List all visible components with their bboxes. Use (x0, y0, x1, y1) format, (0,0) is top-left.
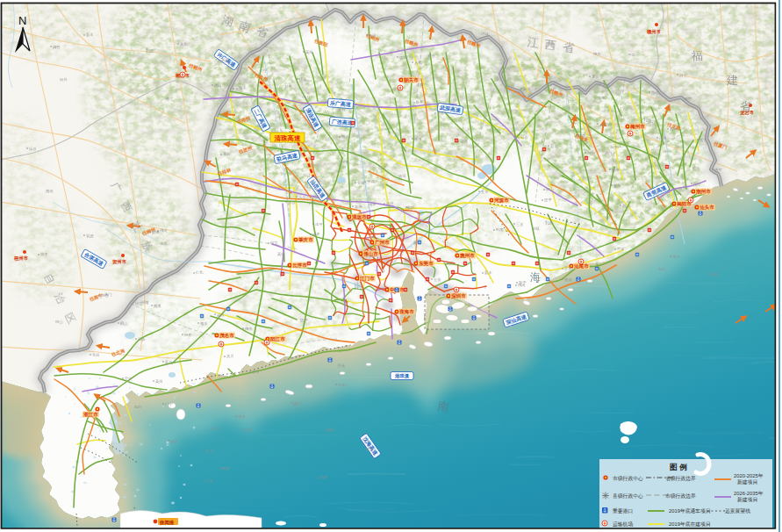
svg-text:湛江市: 湛江市 (83, 412, 98, 418)
svg-text:仁化: 仁化 (407, 205, 416, 210)
svg-text:海: 海 (530, 271, 541, 284)
svg-text:封开: 封开 (284, 84, 292, 89)
svg-text:雷州: 雷州 (252, 370, 260, 374)
svg-text:云安: 云安 (245, 428, 253, 432)
svg-text:和平: 和平 (610, 145, 618, 149)
svg-text:从化: 从化 (180, 42, 188, 47)
svg-text:龙门: 龙门 (104, 292, 112, 297)
svg-text:仁化: 仁化 (308, 201, 317, 205)
svg-text:南雄: 南雄 (564, 277, 572, 282)
svg-text:郁南: 郁南 (496, 227, 504, 232)
svg-text:雷州: 雷州 (399, 55, 407, 60)
svg-text:市级行政中心: 市级行政中心 (613, 475, 643, 481)
svg-text:远景展望线: 远景展望线 (725, 507, 750, 514)
svg-text:平远: 平远 (628, 53, 635, 57)
svg-text:鹤山: 鹤山 (120, 320, 128, 326)
svg-text:连州: 连州 (416, 83, 424, 87)
svg-text:化州: 化州 (92, 353, 100, 357)
svg-text:云安: 云安 (434, 277, 441, 282)
svg-text:佛冈: 佛冈 (518, 283, 526, 287)
svg-text:封开: 封开 (320, 475, 328, 479)
svg-text:乐昌: 乐昌 (28, 147, 37, 151)
svg-text:丰顺: 丰顺 (532, 226, 540, 231)
svg-text:县级行政中心: 县级行政中心 (613, 492, 643, 499)
svg-text:五华: 五华 (613, 183, 621, 188)
svg-text:潮州市: 潮州市 (695, 189, 711, 195)
svg-text:乐昌: 乐昌 (298, 195, 306, 199)
svg-text:恩平: 恩平 (543, 198, 552, 202)
svg-text:阳山: 阳山 (302, 95, 310, 99)
svg-text:增城: 增城 (480, 32, 489, 36)
svg-text:徐闻港: 徐闻港 (159, 520, 175, 526)
svg-text:紫金: 紫金 (427, 54, 435, 58)
svg-text:重要港口: 重要港口 (613, 507, 633, 514)
svg-text:阳江市: 阳江市 (270, 336, 285, 342)
svg-text:新兴: 新兴 (338, 107, 346, 111)
svg-text:南: 南 (354, 281, 362, 291)
svg-text:省: 省 (740, 100, 753, 113)
svg-text:曲江: 曲江 (651, 90, 659, 95)
svg-text:连州: 连州 (160, 241, 168, 246)
svg-text:惠来: 惠来 (312, 232, 320, 236)
svg-text:深圳市: 深圳市 (451, 293, 466, 299)
svg-text:运输机场: 运输机场 (613, 521, 633, 528)
svg-text:兴宁: 兴宁 (587, 151, 595, 155)
svg-text:罗定: 罗定 (338, 383, 346, 387)
svg-text:蕉岭: 蕉岭 (221, 58, 229, 62)
svg-text:怀集: 怀集 (298, 77, 307, 82)
svg-text:阳山: 阳山 (546, 187, 554, 191)
svg-text:高明: 高明 (277, 252, 285, 256)
svg-text:阳山: 阳山 (55, 320, 63, 324)
svg-text:五华: 五华 (481, 190, 489, 194)
svg-text:2019年底在建项目: 2019年底在建项目 (669, 521, 711, 528)
svg-text:连平: 连平 (315, 222, 323, 226)
svg-text:遂溪: 遂溪 (414, 137, 422, 141)
svg-text:乳源: 乳源 (146, 48, 154, 53)
svg-text:东莞市: 东莞市 (419, 261, 434, 267)
svg-text:汕头市: 汕头市 (699, 205, 714, 211)
svg-text:新建项目: 新建项目 (737, 479, 757, 485)
svg-text:德庆: 德庆 (593, 52, 601, 56)
svg-text:郁南: 郁南 (222, 466, 230, 471)
svg-text:从化: 从化 (414, 61, 422, 65)
svg-text:高州: 高州 (305, 50, 313, 54)
svg-text:阳春: 阳春 (184, 333, 192, 337)
svg-text:德庆: 德庆 (245, 327, 253, 331)
svg-text:鹤山: 鹤山 (622, 203, 630, 208)
svg-text:龙门: 龙门 (605, 151, 613, 155)
svg-text:增城: 增城 (213, 83, 222, 88)
svg-text:吴川: 吴川 (235, 87, 243, 91)
svg-text:N: N (18, 14, 26, 27)
svg-text:珠海市: 珠海市 (398, 309, 414, 315)
svg-text:新丰: 新丰 (484, 270, 492, 275)
svg-text:龙川: 龙川 (446, 261, 454, 265)
svg-text:新丰: 新丰 (86, 32, 94, 37)
svg-text:佛冈: 佛冈 (160, 228, 168, 233)
svg-text:四会: 四会 (138, 337, 146, 341)
svg-text:廉江: 廉江 (294, 401, 302, 406)
svg-text:建: 建 (726, 74, 740, 87)
svg-text:陆丰: 陆丰 (366, 447, 374, 451)
svg-text:惠来: 惠来 (169, 439, 178, 443)
svg-text:电白: 电白 (134, 405, 142, 409)
svg-text:惠州市: 惠州市 (459, 253, 475, 259)
svg-text:2020-2025年: 2020-2025年 (734, 473, 764, 478)
svg-text:开平: 开平 (212, 427, 219, 431)
svg-text:宝安: 宝安 (125, 377, 133, 381)
svg-text:贺州市: 贺州市 (111, 259, 127, 265)
svg-text:陆河: 陆河 (398, 174, 406, 178)
svg-text:台山: 台山 (205, 449, 213, 453)
svg-text:图 例: 图 例 (670, 463, 687, 471)
svg-text:广州市: 广州市 (375, 240, 390, 245)
svg-text:福: 福 (691, 49, 705, 62)
svg-text:惠东: 惠东 (216, 313, 225, 317)
svg-text:新兴: 新兴 (165, 360, 173, 364)
svg-text:博罗: 博罗 (714, 168, 722, 172)
svg-text:紫金: 紫金 (699, 138, 707, 142)
svg-text:阳西: 阳西 (578, 133, 586, 138)
svg-text:仁化: 仁化 (195, 270, 204, 275)
svg-text:三水: 三水 (516, 222, 524, 226)
svg-text:从化: 从化 (416, 100, 424, 104)
svg-text:信宜: 信宜 (269, 241, 278, 245)
svg-text:电白: 电白 (658, 267, 666, 271)
